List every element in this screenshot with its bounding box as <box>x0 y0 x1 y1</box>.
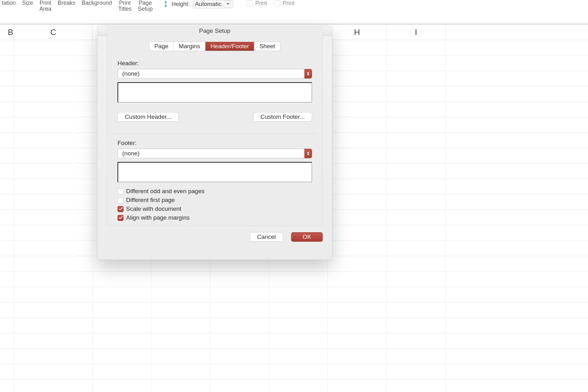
header-preview <box>118 82 312 102</box>
stepper-icon <box>304 69 312 78</box>
ribbon-item-orientation[interactable]: tation <box>2 0 16 6</box>
ribbon-label: Breaks <box>58 0 75 6</box>
ribbon-label: Print <box>255 0 267 7</box>
ribbon-label: Titles <box>118 6 131 12</box>
ribbon: tation Size Print Area Breaks Background… <box>0 0 588 11</box>
column-header-c[interactable]: C <box>14 25 93 40</box>
column-header-i[interactable]: I <box>387 25 446 40</box>
header-select[interactable]: (none) <box>118 69 312 78</box>
footer-label: Footer: <box>118 140 312 147</box>
checkbox-label: Scale with document <box>126 205 181 212</box>
height-value: Automatic <box>195 1 222 8</box>
ribbon-label: Print <box>119 0 131 6</box>
ribbon-label: Setup <box>138 6 153 12</box>
ribbon-label: tation <box>2 0 16 6</box>
cancel-button[interactable]: Cancel <box>250 232 283 242</box>
chevron-down-icon <box>225 1 231 8</box>
checkbox-icon <box>118 197 124 203</box>
ribbon-print-checkbox-1[interactable]: Print <box>246 0 267 7</box>
checkbox-first-page[interactable]: Different first page <box>118 197 312 204</box>
separator <box>0 23 588 23</box>
ribbon-label: Print <box>40 0 51 6</box>
height-icon <box>163 0 169 8</box>
height-select[interactable]: Automatic <box>193 0 233 8</box>
ribbon-label: Print <box>283 0 294 7</box>
ribbon-label: Background <box>82 0 112 6</box>
header-select-value: (none) <box>122 70 140 77</box>
ribbon-item-size[interactable]: Size <box>22 0 33 6</box>
checkbox-checked-icon <box>118 215 124 221</box>
tab-header-footer[interactable]: Header/Footer <box>205 42 255 51</box>
ribbon-label: Size <box>22 0 33 6</box>
footer-select[interactable]: (none) <box>118 149 312 158</box>
checkbox-label: Align with page margins <box>126 214 190 221</box>
checkbox-align-margins[interactable]: Align with page margins <box>118 214 312 221</box>
ribbon-item-print-area[interactable]: Print Area <box>39 0 51 12</box>
column-header-h[interactable]: H <box>328 25 387 40</box>
ribbon-item-background[interactable]: Background <box>82 0 112 6</box>
checkbox-icon <box>246 0 253 7</box>
separator <box>0 24 588 24</box>
stepper-icon <box>304 149 312 158</box>
footer-preview <box>118 162 312 182</box>
page-setup-dialog: Page Setup Page Margins Header/Footer Sh… <box>97 26 332 260</box>
dialog-tabs: Page Margins Header/Footer Sheet <box>149 42 280 51</box>
ok-button[interactable]: OK <box>291 232 323 242</box>
custom-header-button[interactable]: Custom Header... <box>118 112 179 122</box>
checkbox-label: Different first page <box>126 197 175 204</box>
checkbox-icon <box>118 188 124 194</box>
checkbox-label: Different odd and even pages <box>126 188 205 195</box>
tab-page[interactable]: Page <box>149 42 174 51</box>
checkbox-checked-icon <box>118 206 124 212</box>
footer-select-value: (none) <box>122 150 140 157</box>
checkbox-odd-even[interactable]: Different odd and even pages <box>118 188 312 195</box>
header-label: Header: <box>118 60 312 67</box>
ribbon-label: Area <box>39 6 51 12</box>
checkbox-scale-document[interactable]: Scale with document <box>118 205 312 212</box>
tab-sheet[interactable]: Sheet <box>254 42 280 51</box>
separator <box>113 134 317 134</box>
ribbon-print-checkbox-2[interactable]: Print <box>274 0 294 7</box>
column-header-b[interactable]: B <box>0 25 14 40</box>
custom-footer-button[interactable]: Custom Footer... <box>253 112 312 122</box>
ribbon-item-page-setup[interactable]: Page Setup <box>138 0 153 12</box>
height-label: Height: <box>172 1 190 8</box>
ribbon-label: Page <box>139 0 152 6</box>
ribbon-item-print-titles[interactable]: Print Titles <box>118 0 131 12</box>
ribbon-item-breaks[interactable]: Breaks <box>58 0 75 6</box>
tab-margins[interactable]: Margins <box>174 42 205 51</box>
checkbox-icon <box>274 0 280 7</box>
